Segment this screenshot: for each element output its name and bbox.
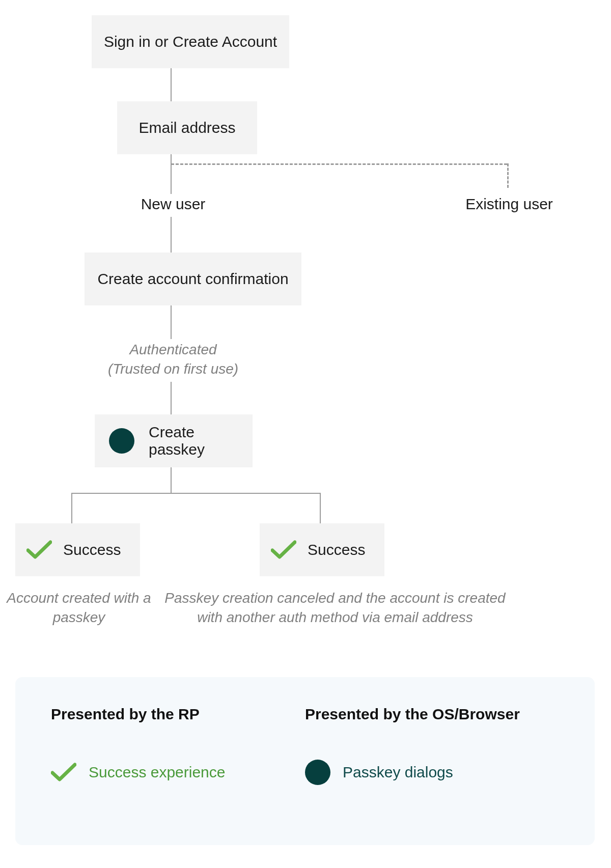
- legend-item-label: Passkey dialogs: [343, 764, 453, 781]
- node-label: Success: [308, 541, 365, 558]
- caption-success-left: Account created with a passkey: [5, 589, 153, 627]
- node-success-left: Success: [15, 523, 140, 576]
- legend-item-label: Success experience: [89, 764, 225, 781]
- legend-headings: Presented by the RP Presented by the OS/…: [51, 706, 559, 723]
- node-label: Sign in or Create Account: [104, 33, 277, 50]
- legend-heading-rp: Presented by the RP: [51, 706, 305, 723]
- label-text: Existing user: [465, 195, 553, 213]
- success-check-icon: [51, 763, 76, 782]
- success-check-icon: [26, 540, 52, 559]
- node-create-account-confirmation: Create account confirmation: [85, 253, 301, 305]
- connector-dashed: [171, 163, 507, 165]
- node-label: Success: [63, 541, 121, 558]
- node-create-passkey: Create passkey: [95, 414, 253, 467]
- node-label: Create account confirmation: [97, 270, 288, 288]
- connector: [320, 493, 321, 523]
- diagram-canvas: Sign in or Create Account Email address …: [0, 0, 611, 868]
- node-sign-in-or-create: Sign in or Create Account: [92, 15, 289, 68]
- connector: [171, 382, 172, 414]
- node-success-right: Success: [260, 523, 384, 576]
- caption-authenticated: Authenticated (Trusted on first use): [92, 340, 255, 379]
- caption-success-right: Passkey creation canceled and the accoun…: [162, 589, 508, 627]
- connector: [171, 154, 172, 194]
- connector: [71, 493, 72, 523]
- connector: [71, 493, 321, 494]
- label-text: New user: [141, 195, 206, 213]
- caption-text: Passkey creation canceled and the accoun…: [164, 590, 505, 625]
- legend-item-passkey: Passkey dialogs: [305, 760, 559, 785]
- connector: [171, 217, 172, 253]
- node-label: Email address: [138, 119, 235, 136]
- connector: [171, 68, 172, 101]
- legend-items: Success experience Passkey dialogs: [51, 760, 559, 785]
- node-label: Create passkey: [149, 424, 253, 458]
- success-check-icon: [271, 540, 296, 559]
- node-email-address: Email address: [117, 101, 257, 154]
- legend-item-success: Success experience: [51, 760, 305, 785]
- connector-dashed: [507, 163, 509, 188]
- connector: [171, 467, 172, 493]
- legend-heading-os: Presented by the OS/Browser: [305, 706, 559, 723]
- passkey-dot-icon: [109, 428, 134, 454]
- connector: [171, 305, 172, 339]
- label-new-user: New user: [132, 194, 214, 214]
- passkey-dot-icon: [305, 760, 330, 785]
- caption-text: Account created with a passkey: [7, 590, 151, 625]
- label-existing-user: Existing user: [458, 194, 560, 214]
- caption-line1: Authenticated: [129, 342, 216, 357]
- legend: Presented by the RP Presented by the OS/…: [15, 677, 595, 845]
- caption-line2: (Trusted on first use): [108, 361, 238, 377]
